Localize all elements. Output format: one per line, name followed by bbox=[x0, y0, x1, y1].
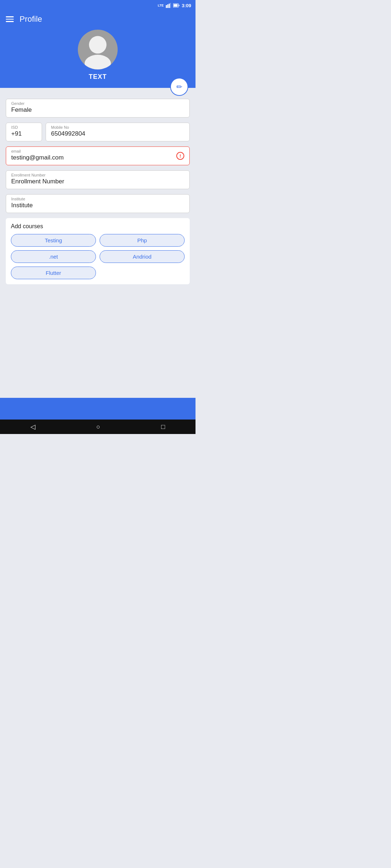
home-button[interactable]: ○ bbox=[96, 423, 100, 431]
enrollment-value: Enrollment Number bbox=[11, 178, 184, 185]
lte-label: LTE bbox=[158, 4, 164, 7]
edit-profile-button[interactable]: ✏ bbox=[170, 78, 188, 96]
back-button[interactable]: ◁ bbox=[30, 423, 35, 431]
institute-label: Institute bbox=[11, 197, 184, 201]
mobile-label: Mobile No bbox=[51, 125, 184, 129]
institute-value: Institute bbox=[11, 202, 184, 209]
svg-rect-6 bbox=[178, 5, 179, 6]
profile-section: TEXT ✏ bbox=[0, 30, 196, 88]
svg-rect-5 bbox=[173, 4, 177, 7]
svg-rect-2 bbox=[169, 4, 170, 8]
institute-field[interactable]: Institute Institute bbox=[6, 194, 190, 213]
email-error-icon: ! bbox=[176, 152, 184, 160]
svg-point-7 bbox=[89, 36, 106, 54]
gender-value: Female bbox=[11, 106, 184, 114]
svg-rect-3 bbox=[170, 3, 171, 8]
course-chip[interactable]: Andriod bbox=[100, 250, 185, 263]
svg-rect-0 bbox=[166, 5, 167, 8]
courses-section: Add courses TestingPhp.netAndriodFlutter bbox=[6, 218, 190, 284]
course-chip[interactable]: Testing bbox=[11, 234, 96, 247]
svg-rect-1 bbox=[167, 4, 168, 8]
status-bar-content: LTE 3:09 bbox=[158, 3, 191, 8]
mobile-field[interactable]: Mobile No 6504992804 bbox=[46, 123, 190, 141]
phone-row: ISD +91 Mobile No 6504992804 bbox=[6, 123, 190, 141]
course-chip[interactable]: Flutter bbox=[11, 267, 96, 279]
signal-icon bbox=[166, 3, 171, 8]
mobile-value: 6504992804 bbox=[51, 130, 184, 137]
isd-value: +91 bbox=[11, 130, 37, 137]
avatar-svg bbox=[78, 30, 118, 69]
enrollment-field[interactable]: Enrollment Number Enrollment Number bbox=[6, 170, 190, 189]
battery-icon bbox=[173, 3, 180, 8]
isd-field[interactable]: ISD +91 bbox=[6, 123, 42, 141]
time-display: 3:09 bbox=[182, 3, 191, 8]
avatar bbox=[78, 30, 118, 69]
enrollment-label: Enrollment Number bbox=[11, 173, 184, 177]
menu-button[interactable] bbox=[6, 16, 14, 22]
page-title: Profile bbox=[20, 14, 42, 24]
email-field[interactable]: email testing@gmail.com ! bbox=[6, 146, 190, 165]
courses-grid: TestingPhp.netAndriodFlutter bbox=[11, 234, 185, 279]
status-bar: LTE 3:09 bbox=[0, 0, 196, 11]
gender-field[interactable]: Gender Female bbox=[6, 99, 190, 118]
email-label: email bbox=[11, 149, 184, 153]
bottom-bar bbox=[0, 398, 196, 420]
edit-icon: ✏ bbox=[176, 82, 182, 91]
form-area: Gender Female ISD +91 Mobile No 65049928… bbox=[0, 88, 196, 290]
recent-button[interactable]: □ bbox=[161, 423, 165, 431]
profile-name: TEXT bbox=[89, 73, 107, 81]
email-value: testing@gmail.com bbox=[11, 154, 184, 161]
course-chip[interactable]: .net bbox=[11, 250, 96, 263]
course-chip[interactable]: Php bbox=[100, 234, 185, 247]
nav-bar: ◁ ○ □ bbox=[0, 420, 196, 434]
courses-title: Add courses bbox=[11, 223, 185, 230]
gender-label: Gender bbox=[11, 101, 184, 106]
svg-point-8 bbox=[85, 55, 111, 69]
isd-label: ISD bbox=[11, 125, 37, 129]
app-header: Profile bbox=[0, 11, 196, 30]
